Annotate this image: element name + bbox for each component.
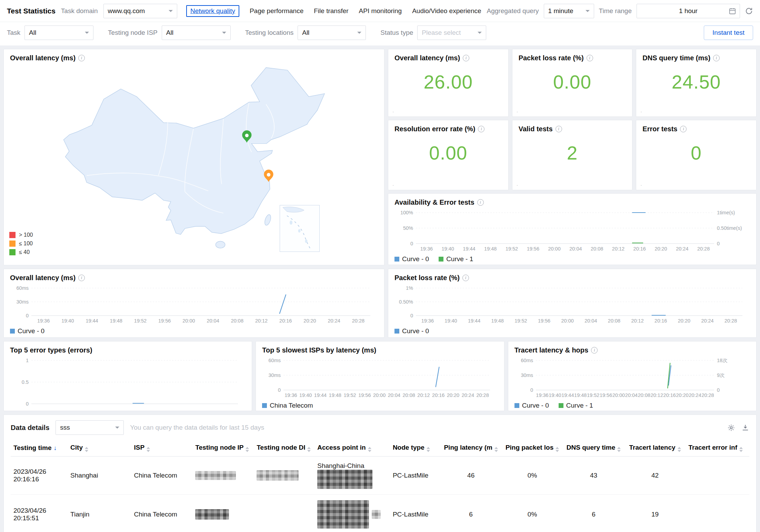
column-header[interactable]: Node type (390, 440, 440, 457)
locations-filter-select[interactable]: All (298, 25, 366, 40)
task-filter-label: Task (7, 29, 20, 37)
svg-text:9次: 9次 (717, 372, 725, 378)
table-cell: Shanghai (68, 457, 131, 495)
svg-text:19:52: 19:52 (344, 392, 356, 398)
sort-icon[interactable] (427, 447, 430, 452)
svg-text:0: 0 (410, 313, 413, 318)
info-icon[interactable]: i (556, 126, 562, 132)
svg-text:20:08: 20:08 (591, 246, 603, 252)
legend-swatch-green (9, 249, 16, 255)
tab-audio-video-experience[interactable]: Audio/Video experience (412, 7, 481, 15)
table-row[interactable]: 2023/04/2620:15:51TianjinChina TelecomPC… (11, 495, 749, 532)
svg-text:19:36: 19:36 (421, 318, 434, 324)
column-header[interactable]: Access point in (314, 440, 390, 457)
column-header[interactable]: Testing node DI (254, 440, 314, 457)
legend-item[interactable]: Curve - 0 (394, 255, 429, 263)
tracert-chart[interactable]: 60ms30ms018次9次019:3619:4019:4419:4819:52… (514, 357, 751, 400)
sort-icon[interactable] (739, 447, 743, 452)
sort-icon[interactable] (147, 447, 150, 452)
sort-desc-icon[interactable]: ↓ (54, 444, 57, 451)
isp-filter-select[interactable]: All (162, 25, 231, 40)
column-header[interactable]: City (68, 440, 131, 457)
download-icon[interactable] (741, 424, 749, 432)
svg-text:19:56: 19:56 (527, 246, 539, 252)
overall-latency-chart[interactable]: 60ms30ms019:3619:4019:4419:4819:5219:562… (9, 285, 379, 325)
table-cell (254, 495, 314, 532)
sort-icon[interactable] (494, 447, 498, 452)
packet-loss-chart[interactable]: 1%0.50%019:3619:4019:4419:4819:5219:5620… (394, 285, 751, 325)
column-header[interactable]: Testing node IP (192, 440, 254, 457)
legend-item[interactable]: China Telecom (262, 402, 313, 409)
column-header[interactable]: Ping packet los (502, 440, 563, 457)
top5-isps-chart[interactable]: 60ms30ms019:3619:4019:4419:4819:5219:562… (261, 357, 498, 400)
legend-item[interactable]: Curve - 0 (394, 327, 429, 335)
info-icon[interactable]: i (478, 126, 484, 132)
settings-gear-icon[interactable] (727, 424, 735, 432)
info-icon[interactable]: i (463, 55, 469, 61)
tab-api-monitoring[interactable]: API monitoring (359, 7, 402, 15)
svg-text:20:12: 20:12 (418, 392, 430, 398)
redacted-mosaic (317, 500, 369, 529)
table-row[interactable]: 2023/04/2620:16:16ShanghaiChina TelecomS… (11, 457, 749, 495)
task-domain-select[interactable]: www.qq.com (103, 4, 178, 18)
info-icon[interactable]: i (462, 275, 469, 281)
info-icon[interactable]: i (78, 55, 85, 61)
time-range-input[interactable]: 1 hour (637, 4, 740, 18)
info-icon[interactable]: i (587, 55, 593, 61)
legend-item[interactable]: Curve - 0 (10, 327, 44, 335)
table-cell: Shanghai-China (314, 457, 390, 495)
row-latency-loss: Overall latency (ms) i 60ms30ms019:3619:… (3, 269, 757, 338)
column-header[interactable]: Tracert latency (624, 440, 686, 457)
locations-filter-value: All (302, 29, 309, 37)
legend-item-orange: ≤ 100 (9, 241, 33, 247)
status-filter-select[interactable]: Please select (417, 25, 486, 40)
calendar-icon[interactable] (729, 7, 736, 15)
row-overview: Overall latency (ms) i (3, 49, 757, 265)
info-icon[interactable]: i (591, 347, 598, 354)
svg-text:0: 0 (278, 387, 281, 393)
legend-item[interactable]: Curve - 1 (439, 255, 473, 263)
details-task-select[interactable]: sss (56, 420, 124, 435)
info-icon[interactable]: i (713, 55, 720, 61)
legend-item[interactable]: Curve - 0 (514, 402, 549, 409)
sort-icon[interactable] (246, 447, 249, 452)
legend-item[interactable]: Curve - 1 (559, 402, 593, 409)
tab-network-quality[interactable]: Network quality (186, 5, 239, 17)
top5-errors-chart[interactable]: 10.50 (9, 357, 246, 408)
svg-text:20:28: 20:28 (701, 392, 714, 398)
corner-mark: . (517, 108, 518, 114)
legend-item-red: > 100 (9, 232, 33, 238)
top5-isps-card: Top 5 slowest ISPs by latency (ms) 60ms3… (256, 341, 504, 411)
task-filter-select[interactable]: All (24, 25, 93, 40)
instant-test-button[interactable]: Instant test (704, 25, 753, 40)
sort-icon[interactable] (678, 447, 681, 452)
svg-text:1time(s): 1time(s) (717, 210, 735, 215)
column-header[interactable]: DNS query time (563, 440, 624, 457)
info-icon[interactable]: i (477, 199, 484, 206)
availability-chart[interactable]: 100%50%01time(s)0.50time(s)019:3619:4019… (394, 209, 751, 253)
sort-icon[interactable] (617, 447, 621, 452)
details-hint: You can query the data details for last … (130, 424, 264, 431)
info-icon[interactable]: i (78, 275, 85, 281)
column-header[interactable]: Testing time↓ (11, 440, 68, 457)
details-task-value: sss (60, 424, 70, 431)
sort-icon[interactable] (85, 447, 88, 452)
refresh-icon[interactable] (745, 7, 753, 15)
svg-text:19:44: 19:44 (463, 246, 475, 252)
tab-file-transfer[interactable]: File transfer (314, 7, 348, 15)
tab-page-performance[interactable]: Page performance (250, 7, 303, 15)
details-body: 2023/04/2620:16:16ShanghaiChina TelecomS… (11, 457, 749, 532)
aggregated-query-select[interactable]: 1 minute (544, 4, 594, 18)
svg-text:20:20: 20:20 (654, 246, 667, 252)
column-header[interactable]: Tracert error inf (686, 440, 749, 457)
column-header[interactable]: ISP (131, 440, 192, 457)
column-header[interactable]: Ping latency (m (440, 440, 502, 457)
info-icon[interactable]: i (680, 126, 687, 132)
map-legend: > 100 ≤ 100 ≤ 40 (9, 232, 33, 255)
metric-value: 24.50 (636, 71, 756, 93)
table-cell: Tianjin (68, 495, 131, 532)
sort-icon[interactable] (556, 447, 559, 452)
sort-icon[interactable] (307, 447, 311, 452)
metric-value: 26.00 (388, 71, 508, 93)
sort-icon[interactable] (368, 447, 371, 452)
